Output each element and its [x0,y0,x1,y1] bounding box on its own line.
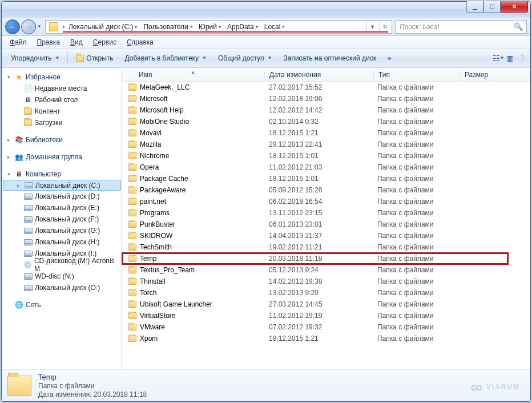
menu-файл[interactable]: Файл [5,37,31,47]
column-date[interactable]: Дата изменения [265,71,373,79]
column-size[interactable]: Размер [460,71,517,79]
content-pane: Имя▲ Дата изменения Тип Размер MetaGeek,… [122,68,530,369]
view-options-button[interactable]: ☷ ▼ [494,54,503,63]
table-row[interactable]: Programs13.11.2012 23:15Папка с файлами [122,207,530,219]
drive-icon [24,285,33,291]
nav-item[interactable]: ▸👥Домашняя группа [3,151,121,163]
address-row: ← → ▼ ▸ Локальный диск (C:)▸Пользователи… [2,18,530,36]
chevron-right-icon[interactable]: ▸ [191,24,193,29]
nav-item[interactable]: Локальный диск (D:) [3,191,121,202]
titlebar[interactable]: ▁ ☐ ✕ [2,2,530,18]
nav-item[interactable]: 📄Недавние места [3,83,121,94]
table-row[interactable]: PackageAware05.09.2012 15:28Папка с файл… [122,184,530,196]
nav-item[interactable]: ▾Избранное [3,71,121,83]
chevron-right-icon[interactable]: ▸ [219,24,221,29]
nav-item[interactable]: Локальный диск (O:) [3,282,121,293]
table-row[interactable]: PunkBuster06.01.2013 23:01Папка с файлам… [122,219,530,230]
search-input[interactable]: Поиск: Local 🔍 [396,20,527,34]
open-button[interactable]: Открыть [71,53,118,64]
table-row[interactable]: Thinstall14.02.2012 19:38Папка с файлами [122,276,530,287]
table-row[interactable]: Package Cache18.12.2015 1:01Папка с файл… [122,173,530,184]
folder-icon [128,84,136,91]
table-row[interactable]: VMware07.02.2012 19:32Папка с файлами [122,321,530,333]
column-type[interactable]: Тип [374,71,460,79]
table-row[interactable]: Nichrome18.12.2015 1:01Папка с файлами [122,150,530,162]
burn-button[interactable]: Записать на оптический диск [279,53,381,64]
nav-item[interactable]: Локальный диск (G:) [3,225,121,236]
expand-icon[interactable]: ▸ [5,137,12,143]
table-row[interactable]: paint.net06.02.2018 16:54Папка с файлами [122,196,530,207]
star-icon [15,72,23,82]
menu-правка[interactable]: Правка [33,37,65,47]
nav-item[interactable]: Контент [3,106,121,117]
folder-icon [128,301,136,308]
close-button[interactable]: ✕ [501,1,528,13]
nav-item[interactable]: 🖥Рабочий стол [3,94,121,106]
menu-справка[interactable]: Справка [122,37,158,47]
folder-icon [128,267,136,273]
table-row[interactable]: Ubisoft Game Launcher27.03.2012 14:45Пап… [122,299,530,310]
table-row[interactable]: Torch13.02.2013 9:20Папка с файлами [122,287,530,299]
nav-item[interactable]: 🌐Сеть [3,299,121,311]
explorer-window: ▁ ☐ ✕ ← → ▼ ▸ Локальный диск (C:)▸Пользо… [1,1,531,402]
preview-pane-button[interactable]: ▥ [505,54,514,63]
table-row[interactable]: Microsoft12.02.2018 19:06Папка с файлами [122,93,530,104]
address-bar[interactable]: ▸ Локальный диск (C:)▸Пользователи▸Юрий▸… [45,20,392,34]
table-row[interactable]: Mozilla29.12.2013 22:41Папка с файлами [122,139,530,150]
back-button[interactable]: ← [5,19,20,34]
details-pane: Temp Папка с файлами Дата изменения: 20.… [2,369,530,401]
expand-icon[interactable]: ▾ [5,171,12,177]
folder-icon [128,198,136,205]
nav-item[interactable]: Локальный диск (H:) [3,236,121,248]
table-row[interactable]: Movavi18.12.2015 1:21Папка с файлами [122,127,530,139]
column-name[interactable]: Имя▲ [122,71,264,79]
table-row[interactable]: MetaGeek,_LLC27.02.2017 15:52Папка с фай… [122,82,530,93]
nav-item[interactable]: Загрузки [3,117,121,128]
forward-button[interactable]: → [21,19,36,34]
organize-button[interactable]: Упорядочить▼ [6,53,64,64]
more-button[interactable]: » [383,53,396,64]
drive-icon [24,216,33,223]
details-date: Дата изменения: 20.03.2018 11:18 [38,390,147,398]
expand-icon[interactable]: ▾ [5,74,12,80]
file-list[interactable]: MetaGeek,_LLC27.02.2017 15:52Папка с фай… [122,82,530,369]
table-row[interactable]: Microsoft Help12.02.2012 14:42Папка с фа… [122,104,530,116]
table-row[interactable]: Opera11.02.2012 21:03Папка с файлами [122,162,530,173]
maximize-button[interactable]: ☐ [483,1,501,13]
nav-item[interactable]: ▾🖥Компьютер [3,168,121,180]
table-row[interactable]: Textus_Pro_Team05.12.2013 9:24Папка с фа… [122,264,530,276]
nav-item[interactable]: Локальный диск (F:) [3,213,121,225]
table-row[interactable]: Xpom18.12.2015 1:21Папка с файлами [122,333,530,344]
folder-icon [128,107,136,114]
chevron-right-icon[interactable]: ▸ [256,24,259,29]
history-dropdown[interactable]: ▼ [37,24,42,29]
nav-item[interactable]: ▸Локальный диск (C:) [3,180,121,191]
minimize-button[interactable]: ▁ [466,1,483,13]
table-row[interactable]: VirtualStore11.02.2012 19:19Папка с файл… [122,310,530,321]
table-row[interactable]: TechSmith19.02.2012 11:21Папка с файлами [122,241,530,253]
help-button[interactable]: ❔ [517,54,526,63]
chevron-right-icon[interactable]: ▸ [135,24,138,29]
drive-icon [25,182,33,188]
folder-icon [128,312,136,319]
nav-item[interactable]: ▸📚Библиотеки [3,134,121,146]
search-icon[interactable]: 🔍 [514,22,523,31]
navigation-pane[interactable]: ▾Избранное📄Недавние места🖥Рабочий столКо… [2,68,122,369]
add-to-library-button[interactable]: Добавить в библиотеку▼ [120,53,211,64]
folder-icon [128,152,136,159]
menu-вид[interactable]: Вид [66,37,87,47]
table-row[interactable]: Temp20.03.2018 11:18Папка с файлами [122,253,530,264]
column-headers: Имя▲ Дата изменения Тип Размер [122,68,530,82]
nav-item[interactable]: 💿CD-дисковод (M:) Acronis M [3,259,121,271]
nav-item[interactable]: Локальный диск (E:) [3,202,121,213]
search-placeholder: Поиск: Local [400,23,439,31]
table-row[interactable]: MobiOne Studio02.10.2014 0:32Папка с фай… [122,116,530,127]
chevron-right-icon[interactable]: ▸ [283,24,285,29]
expand-icon[interactable]: ▸ [15,183,22,188]
menu-сервис[interactable]: Сервис [88,37,121,47]
folder-icon [128,278,136,285]
folder-icon [128,209,136,216]
expand-icon[interactable]: ▸ [5,154,12,160]
share-button[interactable]: Общий доступ▼ [213,53,277,64]
table-row[interactable]: SKIDROW14.04.2013 21:37Папка с файлами [122,230,530,241]
